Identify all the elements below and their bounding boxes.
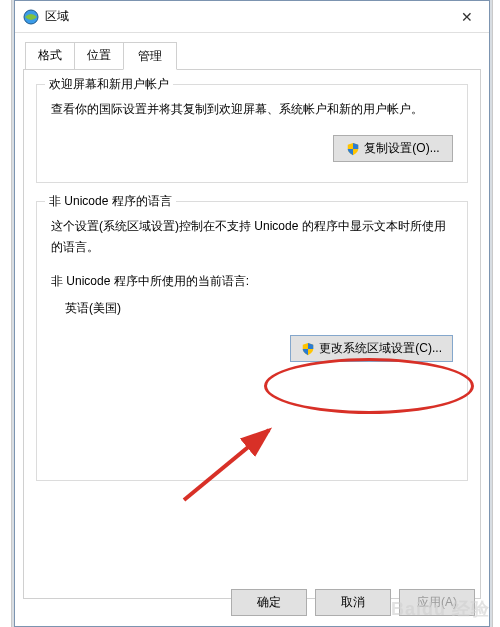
copy-settings-label: 复制设置(O)...: [364, 140, 439, 157]
apply-button[interactable]: 应用(A): [399, 589, 475, 616]
titlebar: 区域 ✕: [15, 1, 489, 33]
group-nonunicode-desc: 这个设置(系统区域设置)控制在不支持 Unicode 的程序中显示文本时所使用的…: [51, 216, 453, 257]
tab-strip: 格式 位置 管理: [25, 42, 481, 70]
change-system-locale-button[interactable]: 更改系统区域设置(C)...: [290, 335, 453, 362]
group-nonunicode-title: 非 Unicode 程序的语言: [45, 193, 176, 210]
group-welcome: 欢迎屏幕和新用户帐户 查看你的国际设置并将其复制到欢迎屏幕、系统帐户和新的用户帐…: [36, 84, 468, 183]
dialog-body: 格式 位置 管理 欢迎屏幕和新用户帐户 查看你的国际设置并将其复制到欢迎屏幕、系…: [15, 33, 489, 607]
tab-location[interactable]: 位置: [74, 42, 124, 70]
tab-panel-admin: 欢迎屏幕和新用户帐户 查看你的国际设置并将其复制到欢迎屏幕、系统帐户和新的用户帐…: [23, 69, 481, 599]
close-button[interactable]: ✕: [445, 1, 489, 33]
group-welcome-title: 欢迎屏幕和新用户帐户: [45, 76, 173, 93]
group-welcome-desc: 查看你的国际设置并将其复制到欢迎屏幕、系统帐户和新的用户帐户。: [51, 99, 453, 119]
region-icon: [23, 9, 39, 25]
shield-icon: [301, 342, 315, 356]
window-title: 区域: [45, 8, 445, 25]
shield-icon: [346, 142, 360, 156]
group-nonunicode: 非 Unicode 程序的语言 这个设置(系统区域设置)控制在不支持 Unico…: [36, 201, 468, 481]
tab-format[interactable]: 格式: [25, 42, 75, 70]
cancel-button[interactable]: 取消: [315, 589, 391, 616]
tab-admin[interactable]: 管理: [123, 42, 177, 70]
close-icon: ✕: [461, 9, 473, 25]
copy-settings-button[interactable]: 复制设置(O)...: [333, 135, 453, 162]
current-language-label: 非 Unicode 程序中所使用的当前语言:: [51, 273, 453, 290]
current-language-value: 英语(美国): [65, 300, 453, 317]
dialog-button-row: 确定 取消 应用(A): [231, 589, 475, 616]
region-dialog: 区域 ✕ 格式 位置 管理 欢迎屏幕和新用户帐户 查看你的国际设置并将其复制到欢…: [14, 0, 490, 627]
change-system-locale-label: 更改系统区域设置(C)...: [319, 340, 442, 357]
ok-button[interactable]: 确定: [231, 589, 307, 616]
